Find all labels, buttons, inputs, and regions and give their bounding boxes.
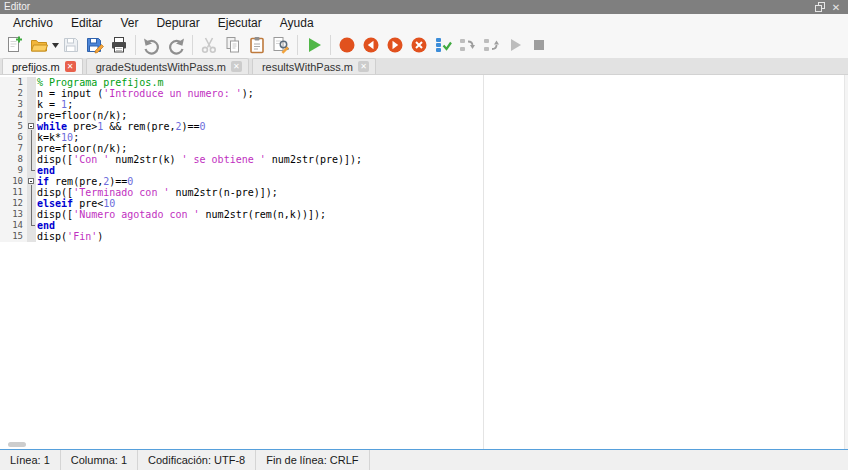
fold-margin — [27, 220, 36, 231]
undock-icon[interactable] — [812, 1, 828, 13]
step-icon — [433, 35, 453, 55]
step-button[interactable] — [431, 33, 455, 57]
tab-close-icon[interactable]: ✕ — [358, 61, 369, 72]
open-dropdown-arrow-icon[interactable] — [51, 33, 59, 57]
status-column: Columna: 1 — [61, 450, 138, 470]
code-line[interactable]: 12elseif pre<10 — [0, 198, 848, 209]
run-icon — [304, 35, 324, 55]
title-bar: Editor ✕ — [0, 0, 848, 14]
code-line[interactable]: 1% Programa prefijos.m — [0, 77, 848, 88]
code-text: end — [36, 165, 55, 176]
run-button[interactable] — [302, 33, 326, 57]
tab-prefijos.m[interactable]: prefijos.m✕ — [2, 58, 83, 74]
menu-depurar[interactable]: Depurar — [147, 14, 208, 32]
line-number[interactable]: 14 — [0, 220, 27, 231]
line-number[interactable]: 1 — [0, 77, 27, 88]
next-breakpoint-button[interactable] — [383, 33, 407, 57]
line-number[interactable]: 6 — [0, 132, 27, 143]
open-icon — [29, 35, 49, 55]
line-number[interactable]: 9 — [0, 165, 27, 176]
remove-breakpoints-button[interactable] — [407, 33, 431, 57]
tab-label: resultsWithPass.m — [262, 61, 353, 73]
close-icon[interactable]: ✕ — [828, 1, 844, 13]
fold-margin — [27, 110, 36, 121]
undo-button[interactable] — [140, 33, 164, 57]
copy-button[interactable] — [221, 33, 245, 57]
find-button[interactable] — [269, 33, 293, 57]
fold-margin — [27, 132, 36, 143]
redo-button[interactable] — [164, 33, 188, 57]
step-out-button — [479, 33, 503, 57]
line-number[interactable]: 12 — [0, 198, 27, 209]
tab-bar: prefijos.m✕gradeStudentsWithPass.m✕resul… — [0, 58, 848, 75]
new-script-button[interactable] — [3, 33, 27, 57]
save-as-button[interactable] — [83, 33, 107, 57]
paste-button[interactable] — [245, 33, 269, 57]
tab-close-icon[interactable]: ✕ — [231, 61, 242, 72]
menu-archivo[interactable]: Archivo — [4, 14, 62, 32]
fold-margin — [27, 77, 36, 88]
long-line-marker — [483, 75, 484, 449]
line-number[interactable]: 13 — [0, 209, 27, 220]
code-text: pre=floor(n/k); — [36, 143, 127, 154]
vertical-scrollbar[interactable] — [844, 75, 848, 449]
line-number[interactable]: 10 — [0, 176, 27, 187]
continue-button — [503, 33, 527, 57]
toolbar — [0, 32, 848, 58]
tab-close-icon[interactable]: ✕ — [65, 61, 76, 72]
line-number[interactable]: 3 — [0, 99, 27, 110]
code-line[interactable]: 3k = 1; — [0, 99, 848, 110]
previous-breakpoint-button[interactable] — [359, 33, 383, 57]
code-line[interactable]: 9end — [0, 165, 848, 176]
fold-margin — [27, 209, 36, 220]
code-line[interactable]: 14end — [0, 220, 848, 231]
open-button[interactable] — [27, 33, 51, 57]
code-line[interactable]: 15disp('Fin') — [0, 231, 848, 242]
code-text: while pre>1 && rem(pre,2)==0 — [36, 121, 206, 132]
line-number[interactable]: 4 — [0, 110, 27, 121]
code-line[interactable]: 4pre=floor(n/k); — [0, 110, 848, 121]
line-number[interactable]: 11 — [0, 187, 27, 198]
menu-ver[interactable]: Ver — [111, 14, 147, 32]
code-line[interactable]: 13disp(['Numero agotado con ' num2str(re… — [0, 209, 848, 220]
print-button[interactable] — [107, 33, 131, 57]
code-area[interactable]: 1% Programa prefijos.m2n = input ('Intro… — [0, 75, 848, 242]
fold-margin — [27, 99, 36, 110]
stop-icon — [529, 35, 549, 55]
code-line[interactable]: 7pre=floor(n/k); — [0, 143, 848, 154]
line-number[interactable]: 2 — [0, 88, 27, 99]
horizontal-scrollbar-thumb[interactable] — [8, 442, 26, 447]
window-title: Editor — [4, 0, 812, 14]
fold-marker-icon[interactable] — [27, 176, 36, 187]
fold-margin — [27, 143, 36, 154]
code-line[interactable]: 11disp(['Terminado con ' num2str(n-pre)]… — [0, 187, 848, 198]
code-text: % Programa prefijos.m — [36, 77, 163, 88]
line-number[interactable]: 15 — [0, 231, 27, 242]
paste-icon — [247, 35, 267, 55]
code-text: end — [36, 220, 55, 231]
menu-editar[interactable]: Editar — [62, 14, 111, 32]
tab-gradeStudentsWithPass.m[interactable]: gradeStudentsWithPass.m✕ — [86, 58, 249, 74]
menu-ayuda[interactable]: Ayuda — [271, 14, 323, 32]
code-line[interactable]: 10if rem(pre,2)==0 — [0, 176, 848, 187]
line-number[interactable]: 5 — [0, 121, 27, 132]
toolbar-separator — [297, 35, 298, 55]
code-line[interactable]: 8disp(['Con ' num2str(k) ' se obtiene ' … — [0, 154, 848, 165]
toolbar-separator — [135, 35, 136, 55]
code-line[interactable]: 2n = input ('Introduce un numero: '); — [0, 88, 848, 99]
code-line[interactable]: 5while pre>1 && rem(pre,2)==0 — [0, 121, 848, 132]
code-editor[interactable]: 1% Programa prefijos.m2n = input ('Intro… — [0, 75, 848, 449]
save-as-icon — [85, 35, 105, 55]
toggle-breakpoint-button[interactable] — [335, 33, 359, 57]
cut-button — [197, 33, 221, 57]
step-in-icon — [457, 35, 477, 55]
fold-marker-icon[interactable] — [27, 121, 36, 132]
tab-resultsWithPass.m[interactable]: resultsWithPass.m✕ — [252, 58, 376, 74]
line-number[interactable]: 7 — [0, 143, 27, 154]
undo-icon — [142, 35, 162, 55]
line-number[interactable]: 8 — [0, 154, 27, 165]
code-line[interactable]: 6k=k*10; — [0, 132, 848, 143]
fold-margin — [27, 154, 36, 165]
save-button — [59, 33, 83, 57]
menu-ejecutar[interactable]: Ejecutar — [209, 14, 271, 32]
